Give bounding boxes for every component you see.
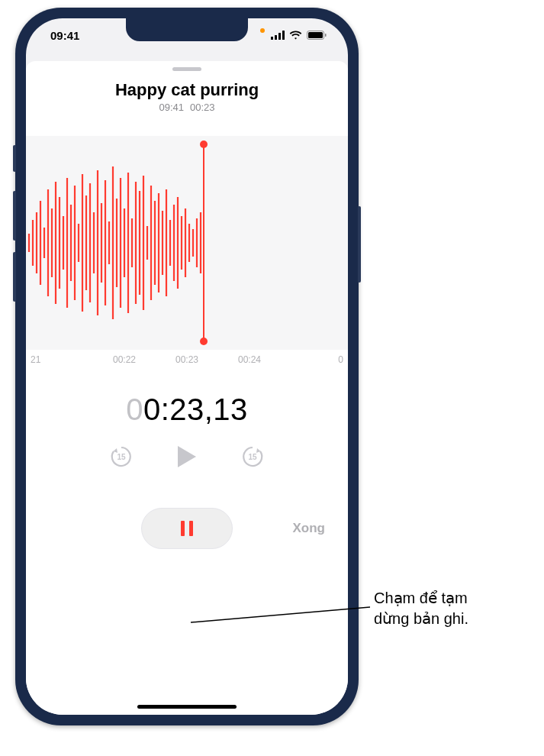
svg-text:15: 15 bbox=[248, 453, 257, 461]
cellular-icon bbox=[271, 31, 285, 40]
svg-rect-1 bbox=[275, 35, 277, 40]
ruler-tick: 21 bbox=[31, 354, 93, 365]
skip-forward-15-button[interactable]: 15 bbox=[240, 444, 266, 473]
svg-rect-0 bbox=[271, 37, 273, 40]
home-indicator[interactable] bbox=[137, 705, 237, 709]
notch bbox=[126, 18, 248, 41]
recording-duration: 00:23 bbox=[187, 102, 218, 113]
power-button bbox=[358, 206, 361, 283]
screen: 09:41 Happy cat purring 09:4100:23 bbox=[26, 18, 348, 715]
play-button[interactable] bbox=[175, 444, 198, 473]
recording-title[interactable]: Happy cat purring bbox=[26, 80, 348, 100]
svg-rect-3 bbox=[282, 31, 285, 40]
battery-icon bbox=[307, 31, 327, 40]
recording-meta: 09:4100:23 bbox=[26, 102, 348, 113]
skip-back-15-button[interactable]: 15 bbox=[108, 444, 134, 473]
time-ruler: 21 00:22 00:23 00:24 0 bbox=[26, 350, 348, 365]
bottom-bar: Xong bbox=[26, 508, 348, 549]
playback-controls: 15 15 bbox=[26, 444, 348, 473]
mute-switch bbox=[13, 145, 16, 172]
playhead[interactable] bbox=[203, 144, 204, 342]
sheet-grabber[interactable] bbox=[172, 67, 201, 71]
ruler-tick: 00:22 bbox=[93, 354, 156, 365]
svg-rect-5 bbox=[308, 32, 323, 38]
ruler-tick: 00:23 bbox=[156, 354, 218, 365]
svg-rect-2 bbox=[278, 33, 281, 40]
svg-text:15: 15 bbox=[117, 453, 126, 461]
pause-icon bbox=[181, 521, 193, 536]
waveform-area[interactable] bbox=[26, 136, 348, 350]
done-button[interactable]: Xong bbox=[293, 521, 326, 536]
callout-line-2: dừng bản ghi. bbox=[374, 609, 468, 629]
callout-text: Chạm để tạm dừng bản ghi. bbox=[374, 588, 468, 629]
wifi-icon bbox=[289, 31, 302, 40]
callout-line-1: Chạm để tạm bbox=[374, 588, 468, 609]
recording-start-time: 09:41 bbox=[156, 102, 187, 113]
mic-indicator-dot bbox=[260, 28, 265, 33]
timer-main: 0:23,13 bbox=[143, 393, 248, 426]
status-right bbox=[260, 31, 327, 40]
recording-sheet: Happy cat purring 09:4100:23 21 00:22 bbox=[26, 61, 348, 715]
volume-up bbox=[13, 191, 16, 241]
status-time: 09:41 bbox=[50, 29, 79, 42]
svg-rect-6 bbox=[325, 34, 327, 37]
title-area: Happy cat purring 09:4100:23 bbox=[26, 80, 348, 113]
ruler-tick: 00:24 bbox=[218, 354, 281, 365]
ruler-tick: 0 bbox=[281, 354, 343, 365]
volume-down bbox=[13, 252, 16, 302]
elapsed-timer: 00:23,13 bbox=[26, 393, 348, 427]
pause-button[interactable] bbox=[141, 508, 233, 549]
timer-prefix: 0 bbox=[126, 393, 143, 426]
phone-frame: 09:41 Happy cat purring 09:4100:23 bbox=[15, 8, 359, 725]
waveform bbox=[26, 136, 348, 350]
